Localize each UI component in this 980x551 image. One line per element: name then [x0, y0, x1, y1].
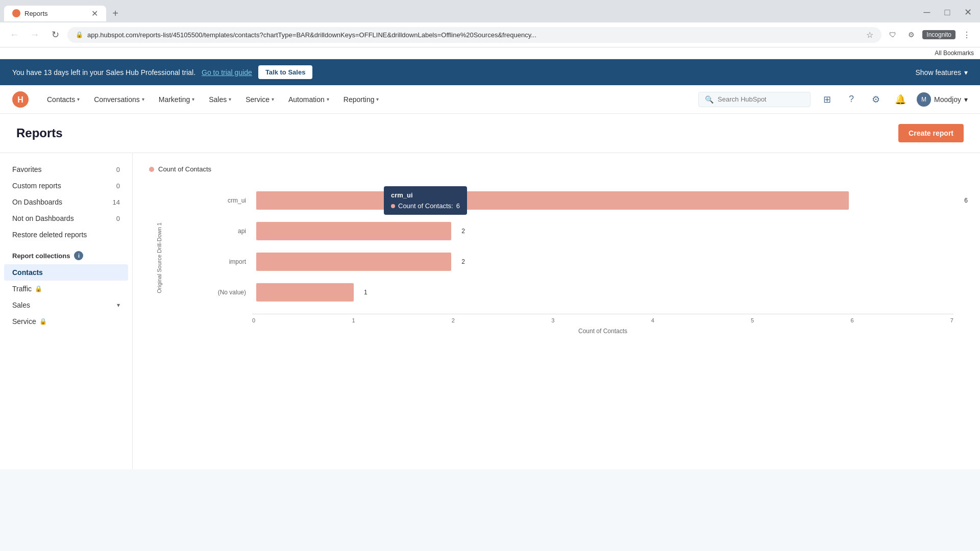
maximize-button[interactable]: □ — [939, 4, 955, 20]
bookmarks-label[interactable]: All Bookmarks — [935, 49, 974, 57]
sidebar-item-sales[interactable]: Sales ▾ — [0, 297, 132, 313]
sidebar: Favorites 0 Custom reports 0 On Dashboar… — [0, 153, 133, 469]
chevron-down-icon: ▾ — [376, 96, 379, 102]
bar-chart: crm_ui 6 api — [169, 181, 964, 335]
bar-label: crm_ui — [210, 197, 246, 204]
nav-right-section: 🔍 ⊞ ? ⚙ 🔔 M Moodjoy ▾ — [698, 91, 968, 108]
lock-icon: 🔒 — [39, 318, 47, 325]
chevron-down-icon: ▾ — [272, 96, 274, 102]
nav-reporting[interactable]: Reporting ▾ — [337, 91, 385, 108]
sidebar-item-restore-deleted[interactable]: Restore deleted reports — [0, 227, 132, 243]
page-title: Reports — [16, 126, 63, 140]
legend-dot — [149, 167, 154, 172]
bar-row-import: import 2 — [210, 253, 953, 271]
bar-value: 1 — [364, 289, 368, 296]
hubspot-logo[interactable]: H — [12, 91, 29, 108]
main-navigation: Contacts ▾ Conversations ▾ Marketing ▾ S… — [41, 91, 698, 108]
nav-marketing[interactable]: Marketing ▾ — [153, 91, 201, 108]
tab-title: Reports — [24, 10, 48, 17]
show-features-button[interactable]: Show features ▾ — [916, 68, 968, 77]
create-report-button[interactable]: Create report — [898, 124, 964, 142]
avatar: M — [917, 92, 931, 107]
settings-icon[interactable]: ⚙ — [868, 91, 884, 108]
chevron-down-icon: ▾ — [77, 96, 80, 102]
sidebar-item-contacts[interactable]: Contacts — [4, 264, 128, 281]
lock-icon: 🔒 — [35, 285, 42, 292]
bar-label: api — [210, 228, 246, 235]
shield-icon: 🛡 — [886, 28, 900, 42]
nav-conversations[interactable]: Conversations ▾ — [88, 91, 151, 108]
marketplace-icon[interactable]: ⊞ — [819, 91, 835, 108]
chart-legend: Count of Contacts — [149, 165, 964, 173]
bar-value: 6 — [964, 197, 968, 204]
new-tab-button[interactable]: + — [108, 6, 122, 20]
sidebar-item-not-on-dashboards[interactable]: Not on Dashboards 0 — [0, 210, 132, 227]
chevron-down-icon: ▾ — [142, 96, 144, 102]
menu-icon[interactable]: ⋮ — [960, 28, 974, 42]
extension-icon[interactable]: ⚙ — [904, 28, 918, 42]
forward-button[interactable]: → — [27, 27, 43, 43]
nav-service[interactable]: Service ▾ — [239, 91, 280, 108]
x-axis: 0 1 2 3 4 5 6 7 — [252, 314, 953, 323]
bar-value: 2 — [461, 258, 465, 265]
browser-tab[interactable]: Reports ✕ — [4, 6, 106, 21]
sidebar-item-service[interactable]: Service 🔒 — [0, 313, 132, 330]
report-collections-header: Report collections i — [0, 243, 132, 264]
notifications-icon[interactable]: 🔔 — [892, 91, 909, 108]
chevron-down-icon: ▾ — [117, 302, 120, 309]
y-axis-label: Original Source Drill-Down 1 — [156, 222, 162, 293]
bar-label: import — [210, 258, 246, 265]
bookmarks-bar: All Bookmarks — [0, 47, 980, 59]
bookmark-icon[interactable]: ☆ — [866, 30, 873, 40]
nav-contacts[interactable]: Contacts ▾ — [41, 91, 86, 108]
user-menu[interactable]: M Moodjoy ▾ — [917, 92, 968, 107]
sidebar-item-traffic[interactable]: Traffic 🔒 — [0, 281, 132, 297]
refresh-button[interactable]: ↻ — [47, 27, 63, 43]
svg-point-0 — [14, 11, 19, 16]
chevron-down-icon: ▾ — [964, 95, 968, 104]
search-icon: 🔍 — [705, 95, 714, 104]
legend-label: Count of Contacts — [158, 165, 211, 173]
page-header: Reports Create report — [0, 114, 980, 153]
svg-text:H: H — [17, 95, 23, 104]
trial-text: You have 13 days left in your Sales Hub … — [12, 68, 195, 77]
info-icon[interactable]: i — [74, 251, 83, 260]
main-content: Count of Contacts Original Source Drill-… — [133, 153, 980, 469]
bar-label: (No value) — [210, 289, 246, 296]
bar-row-no-value: (No value) 1 — [210, 283, 953, 302]
bar-row-api: api 2 — [210, 222, 953, 240]
nav-automation[interactable]: Automation ▾ — [282, 91, 335, 108]
top-navigation: H Contacts ▾ Conversations ▾ Marketing ▾… — [0, 85, 980, 114]
nav-sales[interactable]: Sales ▾ — [203, 91, 237, 108]
sidebar-item-on-dashboards[interactable]: On Dashboards 14 — [0, 194, 132, 210]
tab-favicon — [12, 9, 20, 17]
chevron-down-icon: ▾ — [964, 68, 968, 77]
sidebar-item-favorites[interactable]: Favorites 0 — [0, 161, 132, 178]
address-lock-icon: 🔒 — [76, 31, 83, 38]
talk-to-sales-button[interactable]: Talk to Sales — [258, 65, 313, 79]
trial-guide-link[interactable]: Go to trial guide — [202, 68, 252, 77]
minimize-button[interactable]: ─ — [919, 4, 935, 20]
back-button[interactable]: ← — [6, 27, 22, 43]
chevron-down-icon: ▾ — [229, 96, 231, 102]
trial-banner: You have 13 days left in your Sales Hub … — [0, 59, 980, 85]
chevron-down-icon: ▾ — [192, 96, 194, 102]
chevron-down-icon: ▾ — [327, 96, 329, 102]
incognito-badge: Incognito — [922, 30, 955, 39]
close-window-button[interactable]: ✕ — [960, 4, 976, 20]
global-search[interactable]: 🔍 — [698, 92, 811, 107]
sidebar-item-custom-reports[interactable]: Custom reports 0 — [0, 178, 132, 194]
search-input[interactable] — [718, 95, 804, 103]
chart-container: Count of Contacts Original Source Drill-… — [149, 165, 964, 335]
tab-close-button[interactable]: ✕ — [91, 9, 98, 18]
bar-row-crm-ui: crm_ui 6 — [210, 191, 953, 210]
bar-value: 2 — [461, 228, 465, 235]
address-input[interactable] — [87, 31, 862, 39]
x-axis-title: Count of Contacts — [252, 328, 953, 335]
help-icon[interactable]: ? — [843, 91, 860, 108]
